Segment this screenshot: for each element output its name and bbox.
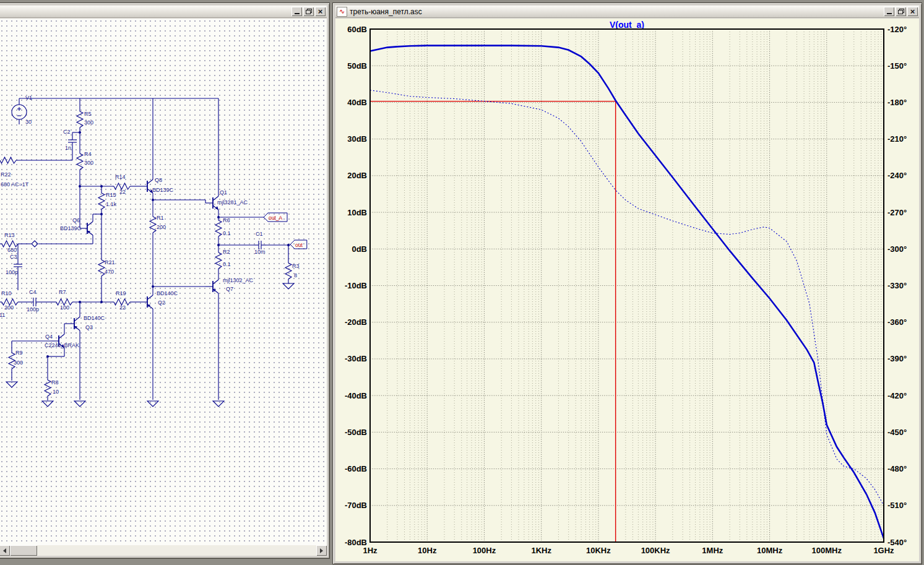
ground-symbol[interactable] (283, 283, 294, 289)
svg-text:R2: R2 (223, 249, 230, 255)
y-right-tick: -270° (887, 208, 907, 217)
y-left-tick: 20dB (347, 171, 367, 180)
ground-symbol[interactable] (74, 401, 85, 407)
scroll-left-button[interactable] (0, 545, 10, 556)
svg-text:out: out (295, 242, 303, 248)
svg-text:C1: C1 (256, 231, 263, 237)
component-R1[interactable]: R1200 (150, 215, 166, 235)
scroll-right-button[interactable] (316, 545, 327, 556)
ground-symbol[interactable] (6, 382, 17, 387)
component-R4[interactable]: R4300 (77, 151, 93, 171)
component-R21[interactable]: R21470 (98, 258, 115, 278)
y-right-tick: -180° (887, 98, 907, 107)
svg-text:R8: R8 (51, 379, 59, 386)
schematic-window-titlebar[interactable]: × (0, 6, 327, 18)
svg-text:Q1: Q1 (220, 189, 227, 196)
component-R13[interactable]: R13680 (0, 232, 20, 253)
y-right-tick: -420° (887, 391, 907, 400)
schematic-drawing: V130R5300C21nR4300R22680 AC=1TR1422Q8BD1… (0, 19, 327, 545)
svg-text:R5: R5 (84, 111, 92, 117)
component-Q6[interactable]: Q6BD139C (60, 217, 93, 238)
component-R9[interactable]: R9300 (9, 350, 23, 371)
close-button[interactable]: × (907, 7, 918, 16)
svg-text:10m: 10m (254, 249, 266, 255)
phase-curve[interactable] (370, 90, 884, 506)
plot-window: ∿ треть-юаня_петл.asc × V(out_a) 1Hz10Hz… (332, 2, 922, 564)
svg-text:300: 300 (14, 360, 23, 366)
svg-text:680 AC=1T: 680 AC=1T (1, 181, 29, 188)
component-R6[interactable]: R60.1 (215, 217, 231, 238)
component-C2[interactable]: C21n (63, 129, 77, 151)
svg-text:470: 470 (105, 269, 114, 275)
y-right-tick: -450° (887, 428, 907, 437)
svg-text:100p: 100p (27, 306, 39, 313)
y-left-tick: 60dB (347, 25, 367, 34)
component-R22[interactable]: R22680 AC=1T (0, 157, 29, 188)
window-controls: × (884, 7, 918, 16)
plot-area[interactable]: V(out_a) 1Hz10Hz100Hz1KHz10KHz100KHz1MHz… (335, 19, 919, 561)
y-right-tick: -360° (887, 317, 907, 327)
component-R2[interactable]: R20.1 (215, 249, 231, 270)
horizontal-scrollbar[interactable] (0, 545, 327, 556)
magnitude-curve[interactable] (370, 46, 884, 539)
svg-text:680: 680 (7, 247, 17, 253)
component-diamond[interactable] (32, 241, 38, 247)
ground-symbol[interactable] (213, 401, 224, 407)
component-C4[interactable]: C4100p (27, 289, 41, 313)
component-V1[interactable]: V130 (12, 95, 32, 125)
component-R15[interactable]: R151.1k (98, 191, 117, 211)
component-R19[interactable]: R1922 (112, 290, 132, 311)
x-axis-tick: 100Hz (473, 546, 496, 555)
plot-window-titlebar[interactable]: ∿ треть-юаня_петл.asc × (335, 6, 919, 18)
component-R5[interactable]: R5300 (77, 110, 93, 129)
scrollbar-thumb[interactable] (10, 545, 37, 556)
svg-text:Q3: Q3 (85, 324, 93, 330)
x-axis-tick: 100KHz (641, 546, 670, 555)
component-R8[interactable]: R810 (45, 378, 59, 398)
minimize-icon (295, 13, 300, 14)
net-flag-out_A[interactable]: out_A (264, 213, 287, 222)
component-R7[interactable]: R7100 (54, 289, 74, 311)
component-R3[interactable]: R38 (285, 261, 300, 281)
y-right-tick: -330° (887, 281, 907, 290)
svg-text:R22: R22 (1, 171, 11, 178)
svg-text:R21: R21 (105, 259, 115, 265)
svg-text:22: 22 (119, 189, 126, 195)
x-axis-tick: 10KHz (586, 546, 611, 555)
svg-text:Q2: Q2 (158, 300, 165, 306)
close-button[interactable]: × (315, 7, 326, 16)
wires[interactable] (12, 98, 290, 400)
ground-symbol[interactable] (42, 401, 53, 407)
net-flag-out[interactable]: out (290, 240, 307, 249)
component-Q7[interactable]: Q7mjl1302_AC (205, 277, 254, 296)
waveform-window-icon: ∿ (337, 7, 347, 17)
scrollbar-track[interactable] (10, 545, 316, 556)
y-right-tick: -540° (887, 538, 907, 547)
y-right-tick: -390° (887, 354, 907, 363)
schematic-text[interactable]: 11 (0, 312, 5, 318)
schematic-canvas[interactable]: V130R5300C21nR4300R22680 AC=1TR1422Q8BD1… (0, 19, 327, 545)
y-left-tick: 0dB (352, 244, 367, 254)
svg-text:R19: R19 (116, 290, 126, 296)
svg-text:100: 100 (60, 304, 69, 311)
component-Q1[interactable]: Q1mjl3281_AC (205, 189, 248, 213)
component-C3[interactable]: C3100p (6, 254, 22, 275)
component-C1[interactable]: C110m (254, 231, 266, 255)
x-axis-tick: 1MHz (702, 546, 723, 555)
svg-text:BD139C: BD139C (60, 225, 82, 231)
close-icon: × (318, 7, 323, 15)
ground-symbol[interactable] (147, 401, 158, 407)
restore-button[interactable] (896, 7, 906, 16)
component-Q8[interactable]: Q8BD139C (140, 176, 174, 196)
minimize-button[interactable] (884, 7, 894, 16)
component-R10[interactable]: R10200 (0, 290, 20, 311)
svg-text:200: 200 (157, 224, 166, 230)
minimize-button[interactable] (291, 7, 302, 16)
svg-text:C3: C3 (10, 254, 17, 260)
component-Q2[interactable]: Q2BD140C (140, 290, 178, 312)
component-Q3[interactable]: Q3BD140C (67, 314, 105, 334)
restore-button[interactable] (303, 7, 314, 16)
restore-icon (898, 9, 904, 14)
y-left-tick: 50dB (347, 61, 367, 71)
y-right-tick: -210° (887, 134, 907, 144)
